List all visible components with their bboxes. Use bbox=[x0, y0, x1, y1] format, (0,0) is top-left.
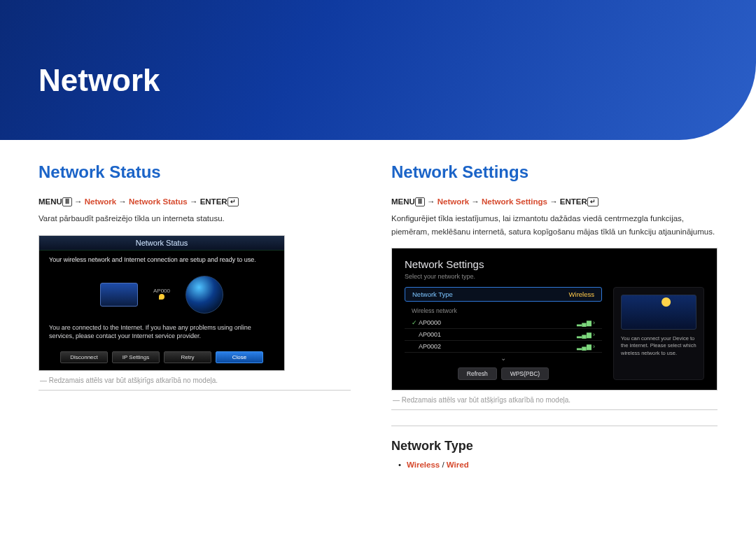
option-wired: Wired bbox=[447, 461, 469, 469]
menu-label: MENU bbox=[391, 197, 415, 206]
wifi-icon bbox=[159, 294, 164, 300]
connection-info: You are connected to the Internet. If yo… bbox=[39, 319, 284, 347]
column-network-settings: Network Settings MENUⅢ → Network → Netwo… bbox=[391, 162, 718, 469]
section-description: Konfigurējiet tīkla iestatījumus, lai iz… bbox=[391, 212, 718, 238]
subsection-heading: Network Type bbox=[391, 439, 718, 454]
wireless-network-label: Wireless network bbox=[405, 306, 602, 317]
dialog-subtitle: Select your network type. bbox=[405, 273, 704, 280]
enter-icon: ↵ bbox=[587, 197, 598, 206]
retry-button[interactable]: Retry bbox=[164, 351, 211, 363]
chevron-down-icon[interactable]: ⌄ bbox=[405, 353, 602, 362]
arrow-icon: → bbox=[116, 197, 129, 206]
dialog-title: Network Settings bbox=[405, 258, 704, 270]
wifi-illustration bbox=[621, 295, 696, 330]
arrow-icon: → bbox=[425, 197, 438, 206]
section-description: Varat pārbaudīt pašreizējo tīkla un inte… bbox=[38, 212, 351, 225]
dialog-button-bar: Disconnect IP Settings Retry Close bbox=[39, 347, 284, 370]
arrow-icon: → bbox=[547, 197, 560, 206]
row-label: Network Type bbox=[412, 290, 453, 298]
signal-icon: ▂▄▆ › bbox=[577, 343, 595, 350]
side-panel: You can connect your Device to the inter… bbox=[613, 287, 704, 380]
globe-icon bbox=[186, 276, 223, 314]
enter-icon: ↵ bbox=[227, 197, 239, 206]
path-seg-2: Network Status bbox=[129, 197, 188, 206]
ap-label: AP000 bbox=[153, 288, 170, 294]
network-type-row[interactable]: Network Type Wireless bbox=[405, 287, 602, 302]
close-button[interactable]: Close bbox=[216, 351, 263, 363]
side-help-text: You can connect your Device to the inter… bbox=[621, 335, 696, 356]
wps-button[interactable]: WPS(PBC) bbox=[501, 367, 550, 380]
ap-name: AP0001 bbox=[419, 331, 577, 338]
check-icon: ✓ bbox=[412, 319, 419, 326]
screenshot-network-status: Network Status Your wireless network and… bbox=[38, 235, 285, 371]
menu-path-settings: MENUⅢ → Network → Network Settings → ENT… bbox=[391, 197, 718, 206]
signal-icon: ▂▄▆ › bbox=[577, 331, 595, 338]
status-message: Your wireless network and Internet conne… bbox=[39, 251, 284, 269]
menu-icon: Ⅲ bbox=[62, 197, 72, 206]
ap-name: AP0002 bbox=[419, 343, 577, 350]
arrow-icon: → bbox=[72, 197, 85, 206]
path-seg-1: Network bbox=[85, 197, 116, 206]
settings-list: Network Type Wireless Wireless network ✓… bbox=[405, 287, 602, 380]
dialog-title: Network Status bbox=[39, 236, 284, 251]
arrow-icon: → bbox=[469, 197, 482, 206]
content-columns: Network Status MENUⅢ → Network → Network… bbox=[0, 140, 756, 469]
chapter-banner: Network bbox=[0, 0, 756, 140]
section-heading-status: Network Status bbox=[38, 162, 351, 182]
disconnect-button[interactable]: Disconnect bbox=[60, 351, 108, 363]
menu-path-status: MENUⅢ → Network → Network Status → ENTER… bbox=[38, 197, 351, 206]
signal-icon: ▂▄▆ › bbox=[577, 319, 595, 326]
chapter-title: Network bbox=[38, 63, 756, 98]
enter-label: ENTER bbox=[200, 197, 227, 206]
ap-row[interactable]: AP0002 ▂▄▆ › bbox=[405, 341, 602, 353]
menu-icon: Ⅲ bbox=[415, 197, 425, 206]
screenshot-network-settings: Network Settings Select your network typ… bbox=[391, 248, 718, 391]
option-bullet: •Wireless / Wired bbox=[391, 461, 718, 469]
connection-diagram: AP000 bbox=[39, 269, 284, 319]
menu-label: MENU bbox=[38, 197, 62, 206]
enter-label: ENTER bbox=[560, 197, 587, 206]
image-note: ― Redzamais attēls var būt atšķirīgs atk… bbox=[38, 371, 351, 391]
row-value: Wireless bbox=[569, 290, 594, 298]
option-wireless: Wireless bbox=[407, 461, 440, 469]
ap-name: AP0000 bbox=[419, 319, 577, 326]
divider bbox=[391, 426, 718, 426]
arrow-icon: → bbox=[188, 197, 200, 206]
refresh-button[interactable]: Refresh bbox=[458, 367, 497, 380]
section-heading-settings: Network Settings bbox=[391, 162, 718, 182]
column-network-status: Network Status MENUⅢ → Network → Network… bbox=[38, 162, 351, 469]
image-note: ― Redzamais attēls var būt atšķirīgs atk… bbox=[391, 391, 718, 410]
ap-row[interactable]: AP0001 ▂▄▆ › bbox=[405, 329, 602, 341]
path-seg-1: Network bbox=[438, 197, 469, 206]
bullet-icon: • bbox=[398, 461, 407, 469]
ap-row[interactable]: ✓ AP0000 ▂▄▆ › bbox=[405, 317, 602, 329]
option-sep: / bbox=[440, 461, 447, 469]
path-seg-2: Network Settings bbox=[482, 197, 547, 206]
tv-icon bbox=[100, 283, 138, 307]
ip-settings-button[interactable]: IP Settings bbox=[112, 351, 160, 363]
